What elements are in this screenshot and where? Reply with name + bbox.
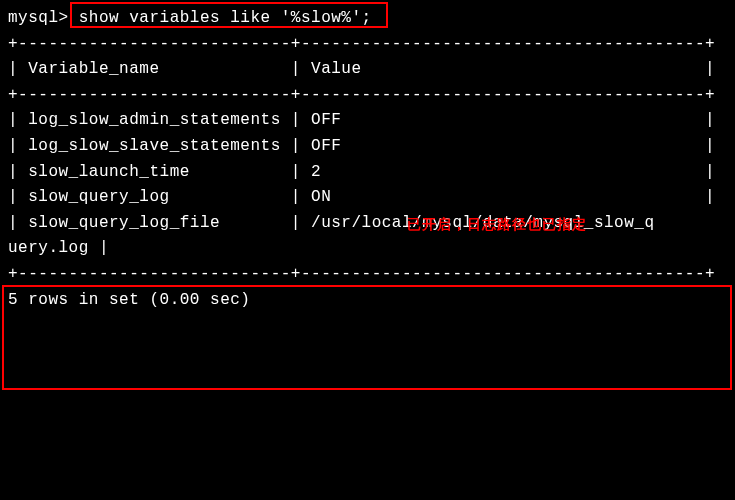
table-row-continuation: uery.log | [8,236,727,262]
prompt: mysql> [8,9,79,27]
table-divider-top: +---------------------------+-----------… [8,32,727,58]
command-text: show variables like '%slow%'; [79,9,372,27]
table-row: | slow_launch_time | 2 | [8,160,727,186]
annotation-text: 已开启，日志路径也已指定 [407,213,587,235]
table-header: | Variable_name | Value | [8,57,727,83]
table-row: | log_slow_slave_statements | OFF | [8,134,727,160]
table-divider-bottom: +---------------------------+-----------… [8,262,727,288]
result-footer: 5 rows in set (0.00 sec) [8,288,727,314]
table-divider-header: +---------------------------+-----------… [8,83,727,109]
table-row: | log_slow_admin_statements | OFF | [8,108,727,134]
table-row: | slow_query_log_file | /usr/local/mysql… [8,211,727,237]
command-line: mysql> show variables like '%slow%'; [8,6,727,32]
table-row: | slow_query_log | ON | [8,185,727,211]
